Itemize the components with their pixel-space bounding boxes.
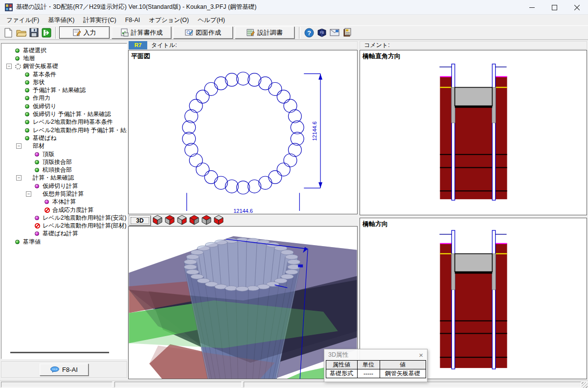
plan-view-panel[interactable]: 12144.6 12144.6 平面図 xyxy=(128,50,358,214)
tree-expander-icon[interactable]: − xyxy=(6,64,12,69)
app-window: 基礎の設計・3D配筋(R7／H29道示対応) Ver.10(Standard版)… xyxy=(0,0,588,388)
maximize-button[interactable] xyxy=(543,0,565,15)
3d-attributes-titlebar[interactable]: 3D属性 × xyxy=(324,349,427,360)
manual-icon[interactable] xyxy=(341,27,353,39)
prohibited-icon xyxy=(45,207,50,213)
tree-item[interactable]: レベル2地震動作用時基本条件 xyxy=(1,118,127,126)
menu-item-5[interactable]: ヘルプ(H) xyxy=(193,15,229,26)
menu-item-2[interactable]: 計算実行(C) xyxy=(79,15,120,26)
input-mode-button[interactable]: 入力 xyxy=(59,26,110,39)
comment-header-strip: コメント: xyxy=(360,41,587,49)
menu-item-1[interactable]: 基準値(K) xyxy=(44,15,79,26)
tree-expander-icon[interactable]: − xyxy=(16,175,22,181)
f8-viewer-icon[interactable]: F8 xyxy=(316,27,328,39)
tree-item[interactable]: 基本条件 xyxy=(1,70,127,78)
tree-item[interactable]: 仮締切り xyxy=(1,102,127,110)
mail-icon[interactable] xyxy=(329,27,340,39)
tree-hscrollbar[interactable] xyxy=(1,350,126,355)
status-cell-left xyxy=(1,382,113,388)
view-cube-icon-0[interactable] xyxy=(152,215,163,225)
node-status-icon xyxy=(25,104,29,109)
view-cube-icon-1[interactable] xyxy=(164,215,175,225)
design-record-button[interactable]: 設計調書 xyxy=(235,26,294,39)
3d-toggle-button[interactable]: 3D xyxy=(129,216,151,226)
tree-item-label: 本体計算 xyxy=(52,198,76,206)
tree-item[interactable]: 予備計算・結果確認 xyxy=(1,86,127,94)
close-icon[interactable]: × xyxy=(419,351,423,359)
node-status-icon xyxy=(45,200,49,204)
tree-item-label: レベル2地震動作用時計算(安定) xyxy=(43,214,127,222)
input-mode-label: 入力 xyxy=(84,28,96,37)
attr-header-cell: 値 xyxy=(380,361,426,369)
3d-view[interactable] xyxy=(128,226,358,379)
tree-item[interactable]: レベル2地震動作用時計算(安定) xyxy=(1,214,127,222)
tree-item[interactable]: −部材 xyxy=(1,142,127,150)
close-button[interactable] xyxy=(565,0,588,15)
tree-item-label: レベル2地震動作用時基本条件 xyxy=(33,118,113,126)
section-view-perpendicular[interactable]: 橋軸直角方向 xyxy=(360,50,587,215)
title-field-label: タイトル: xyxy=(151,41,177,49)
view-cube-icon-2[interactable] xyxy=(177,215,187,225)
3d-attributes-panel[interactable]: 3D属性 × 属性値単位値基礎形式-----鋼管矢板基礎 xyxy=(324,349,428,382)
node-status-icon xyxy=(25,136,29,140)
tree-expander-icon[interactable]: − xyxy=(26,191,31,197)
section-longitudinal-title: 橋軸方向 xyxy=(362,220,388,228)
tree-item[interactable]: 基礎選択 xyxy=(1,46,127,54)
tree-item-label: 予備計算・結果確認 xyxy=(33,86,86,94)
minimize-button[interactable] xyxy=(520,0,543,15)
node-status-icon xyxy=(15,56,20,61)
report-create-label: 計算書作成 xyxy=(131,28,163,37)
tree-item-label: 仮締切り計算 xyxy=(43,182,78,190)
toolbar: 入力 計算書作成 図面作成 設計調書 ? F8 xyxy=(0,25,588,40)
tree-item-label: 基礎選択 xyxy=(23,46,46,55)
tree-expander-icon[interactable]: − xyxy=(16,143,22,149)
tree-item-label: 基礎ばね xyxy=(33,134,57,142)
help-icon[interactable]: ? xyxy=(303,27,315,39)
tree-item[interactable]: 基準値 xyxy=(1,238,127,246)
tree-item[interactable]: 作用力 xyxy=(1,94,127,102)
section-perpendicular-title: 橋軸直角方向 xyxy=(362,52,401,61)
attr-value-cell: 鋼管矢板基礎 xyxy=(380,369,426,378)
tree-item[interactable]: レベル2地震動作用時計算(部材) xyxy=(1,222,127,230)
title-header-strip: R7 タイトル: xyxy=(128,41,358,49)
tree-item[interactable]: レベル2地震動作用時 予備計算・結果確認 xyxy=(1,126,127,134)
save-icon[interactable] xyxy=(28,27,40,39)
view-cube-icon-3[interactable] xyxy=(189,215,200,225)
node-status-icon xyxy=(35,160,39,164)
tree-item[interactable]: 形状 xyxy=(1,78,127,86)
tree-item[interactable]: 地層 xyxy=(1,54,127,62)
tree-item[interactable]: 本体計算 xyxy=(1,198,127,206)
tree-item[interactable]: 合成応力度計算 xyxy=(1,206,127,214)
toolbar-separator xyxy=(299,27,300,39)
view-cube-icon-5[interactable] xyxy=(213,215,224,225)
tree-item-label: レベル2地震動作用時 予備計算・結果確認 xyxy=(33,126,127,135)
menu-item-0[interactable]: ファイル(F) xyxy=(2,15,44,26)
tree-item[interactable]: 杭頭接合部 xyxy=(1,166,127,174)
node-status-icon xyxy=(35,152,39,157)
menu-item-4[interactable]: オプション(O) xyxy=(144,15,193,26)
view-cube-icon-4[interactable] xyxy=(201,215,212,225)
report-create-button[interactable]: 計算書作成 xyxy=(112,26,171,39)
tree-item-label: 部材 xyxy=(33,142,45,150)
tree-item[interactable]: 基礎ばね xyxy=(1,134,127,142)
tree-item[interactable]: 頂版 xyxy=(1,150,127,158)
new-document-icon[interactable] xyxy=(2,27,14,39)
tree-item[interactable]: 頂版接合部 xyxy=(1,158,127,166)
exit-icon[interactable] xyxy=(41,27,52,39)
tree-item[interactable]: 仮締切り計算 xyxy=(1,182,127,190)
tree-item[interactable]: 基礎ばね計算 xyxy=(1,230,127,238)
f8-ai-button[interactable]: F8-AI xyxy=(40,364,89,376)
open-folder-icon[interactable] xyxy=(15,27,27,39)
menu-item-3[interactable]: F8-AI xyxy=(121,15,145,25)
drawing-create-button[interactable]: 図面作成 xyxy=(173,26,233,39)
resize-grip[interactable] xyxy=(582,382,588,388)
tree-item[interactable]: −計算・結果確認 xyxy=(1,174,127,182)
tree-item[interactable]: −鋼管矢板基礎 xyxy=(1,63,127,70)
svg-text:12144.6: 12144.6 xyxy=(312,121,317,140)
tree-hscrollbar-thumb[interactable] xyxy=(10,352,109,353)
status-bar xyxy=(0,380,588,388)
attr-value-cell: ----- xyxy=(357,369,380,378)
tree-item[interactable]: −仮想井筒梁計算 xyxy=(1,190,127,198)
tree-item[interactable]: 仮締切り 予備計算・結果確認 xyxy=(1,110,127,118)
tree-item-label: 頂版接合部 xyxy=(43,158,72,166)
